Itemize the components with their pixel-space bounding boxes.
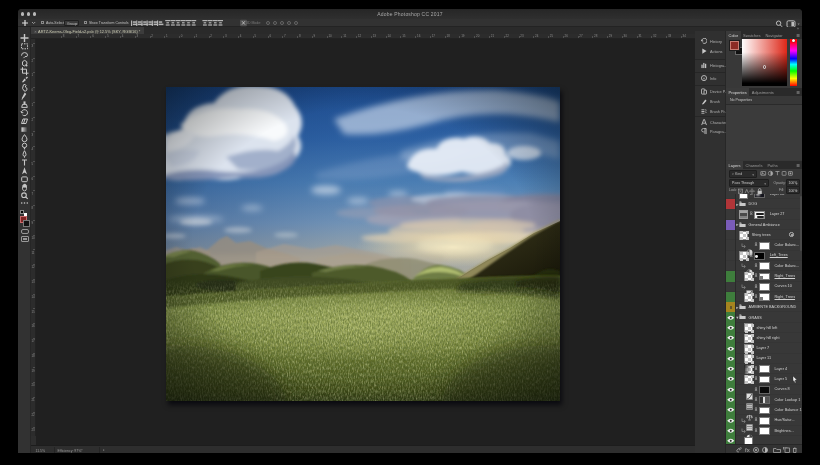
svg-text:fx: fx xyxy=(745,447,750,453)
